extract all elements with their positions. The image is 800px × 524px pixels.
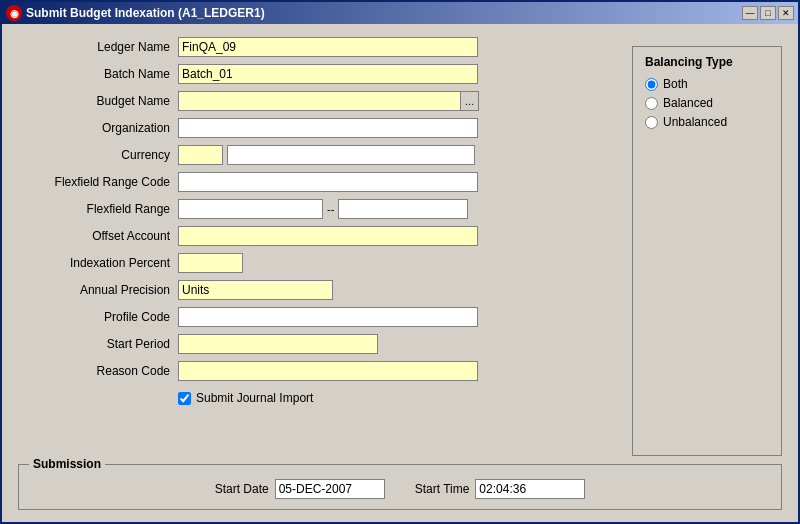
annual-precision-row: Annual Precision Units Cents Dollars <box>18 279 612 301</box>
balancing-unbalanced-row: Unbalanced <box>645 115 769 129</box>
ledger-name-label: Ledger Name <box>18 40 178 54</box>
profile-code-input[interactable] <box>178 307 478 327</box>
balancing-both-label: Both <box>663 77 688 91</box>
form-left: Ledger Name Batch Name Budget Name … <box>18 36 612 456</box>
submit-journal-import-checkbox[interactable] <box>178 392 191 405</box>
flexfield-range-separator: -- <box>327 203 334 215</box>
balancing-balanced-radio[interactable] <box>645 97 658 110</box>
profile-code-row: Profile Code <box>18 306 612 328</box>
start-date-input[interactable] <box>275 479 385 499</box>
balancing-type-title: Balancing Type <box>645 55 769 69</box>
window-content: Ledger Name Batch Name Budget Name … <box>2 24 798 522</box>
main-window: ◉ Submit Budget Indexation (A1_LEDGER1) … <box>0 0 800 524</box>
balancing-both-radio[interactable] <box>645 78 658 91</box>
indexation-group <box>178 253 243 273</box>
submission-row: Start Date Start Time <box>27 479 773 499</box>
submission-section-label: Submission <box>29 457 105 471</box>
flexfield-range-input-1[interactable] <box>178 199 323 219</box>
flexfield-range-row: Flexfield Range -- <box>18 198 612 220</box>
organization-label: Organization <box>18 121 178 135</box>
profile-code-label: Profile Code <box>18 310 178 324</box>
start-period-input[interactable] <box>178 334 378 354</box>
flexfield-range-group: -- <box>178 199 468 219</box>
organization-input[interactable] <box>178 118 478 138</box>
start-time-label: Start Time <box>415 482 470 496</box>
budget-name-input[interactable] <box>178 91 461 111</box>
organization-row: Organization <box>18 117 612 139</box>
indexation-percent-row: Indexation Percent <box>18 252 612 274</box>
reason-code-input[interactable] <box>178 361 478 381</box>
flexfield-range-code-label: Flexfield Range Code <box>18 175 178 189</box>
start-period-row: Start Period <box>18 333 612 355</box>
flexfield-range-code-row: Flexfield Range Code <box>18 171 612 193</box>
balancing-balanced-label: Balanced <box>663 96 713 110</box>
currency-input-2[interactable] <box>227 145 475 165</box>
offset-account-label: Offset Account <box>18 229 178 243</box>
start-time-input[interactable] <box>475 479 585 499</box>
annual-precision-select[interactable]: Units Cents Dollars <box>178 280 333 300</box>
offset-account-input[interactable] <box>178 226 478 246</box>
offset-account-row: Offset Account <box>18 225 612 247</box>
currency-group <box>178 145 475 165</box>
start-period-label: Start Period <box>18 337 178 351</box>
indexation-percent-label: Indexation Percent <box>18 256 178 270</box>
batch-name-label: Batch Name <box>18 67 178 81</box>
budget-name-row: Budget Name … <box>18 90 612 112</box>
reason-code-label: Reason Code <box>18 364 178 378</box>
start-time-field: Start Time <box>415 479 586 499</box>
title-bar: ◉ Submit Budget Indexation (A1_LEDGER1) … <box>2 2 798 24</box>
submit-journal-import-label: Submit Journal Import <box>196 391 313 405</box>
app-icon: ◉ <box>6 5 22 21</box>
indexation-percent-input[interactable] <box>178 253 243 273</box>
currency-input-1[interactable] <box>178 145 223 165</box>
balancing-both-row: Both <box>645 77 769 91</box>
balancing-balanced-row: Balanced <box>645 96 769 110</box>
close-button[interactable]: ✕ <box>778 6 794 20</box>
budget-name-label: Budget Name <box>18 94 178 108</box>
balancing-unbalanced-radio[interactable] <box>645 116 658 129</box>
maximize-button[interactable]: □ <box>760 6 776 20</box>
submit-journal-import-row: Submit Journal Import <box>18 387 612 409</box>
balancing-unbalanced-label: Unbalanced <box>663 115 727 129</box>
flexfield-range-input-2[interactable] <box>338 199 468 219</box>
submit-journal-import-group: Submit Journal Import <box>178 391 313 405</box>
window-controls: — □ ✕ <box>742 6 794 20</box>
currency-row: Currency <box>18 144 612 166</box>
ledger-name-input[interactable] <box>178 37 478 57</box>
start-date-label: Start Date <box>215 482 269 496</box>
batch-name-row: Batch Name <box>18 63 612 85</box>
minimize-button[interactable]: — <box>742 6 758 20</box>
budget-name-group: … <box>178 91 479 111</box>
flexfield-range-code-input[interactable] <box>178 172 478 192</box>
budget-name-browse-button[interactable]: … <box>461 91 479 111</box>
balancing-type-box: Balancing Type Both Balanced Unbalanced <box>632 46 782 456</box>
batch-name-input[interactable] <box>178 64 478 84</box>
submission-section: Submission Start Date Start Time <box>18 464 782 510</box>
annual-precision-label: Annual Precision <box>18 283 178 297</box>
ledger-name-row: Ledger Name <box>18 36 612 58</box>
reason-code-row: Reason Code <box>18 360 612 382</box>
start-date-field: Start Date <box>215 479 385 499</box>
annual-precision-group: Units Cents Dollars <box>178 280 333 300</box>
currency-label: Currency <box>18 148 178 162</box>
window-title: Submit Budget Indexation (A1_LEDGER1) <box>26 6 265 20</box>
flexfield-range-label: Flexfield Range <box>18 202 178 216</box>
form-area: Ledger Name Batch Name Budget Name … <box>18 36 782 456</box>
